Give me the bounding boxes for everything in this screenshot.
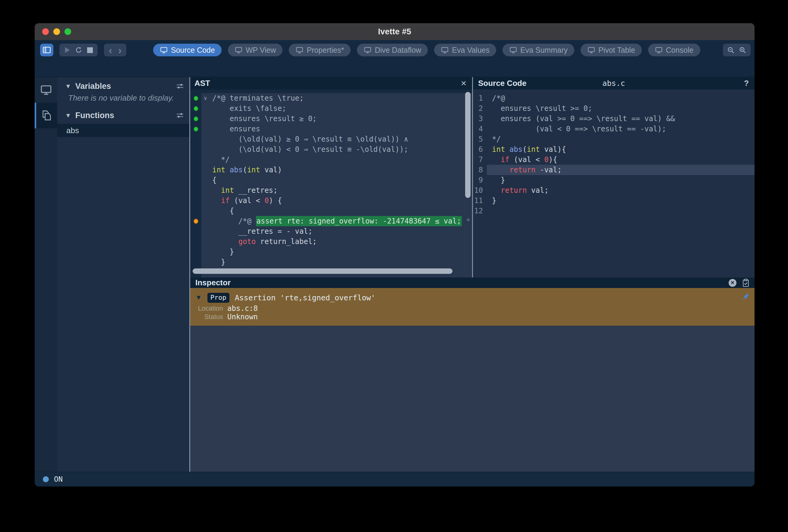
zoom-out-icon[interactable] [727,46,735,54]
ast-horizontal-scrollbar[interactable] [193,268,452,274]
filter-settings-icon[interactable] [176,112,184,119]
ast-vertical-scrollbar[interactable] [465,92,471,198]
source-code-line[interactable]: 7 if (val < 0){ [473,155,754,165]
line-number: 6 [473,144,487,155]
ast-code-area[interactable]: ∨/*@ terminates \true; exits \false; ens… [190,89,472,278]
clear-items-icon[interactable]: ✕ [729,279,736,287]
monitor-icon [235,46,243,54]
titlebar: Ivette #5 [35,23,754,40]
tab-wp-view[interactable]: WP View [228,44,283,56]
ast-code-line[interactable]: (\old(val) ≥ 0 ⇒ \result ≡ \old(val)) ∧ [190,134,472,144]
close-window-button[interactable] [42,28,49,35]
source-code-line[interactable]: 5*/ [473,134,754,144]
line-number: 2 [473,103,487,114]
ast-code-line[interactable]: int __retres; [190,185,472,196]
line-number: 8 [473,165,487,175]
ast-code-line[interactable]: } [190,247,472,257]
tab-eva-values[interactable]: Eva Values [434,44,496,56]
tab-eva-summary[interactable]: Eva Summary [503,44,574,56]
tab-label: WP View [246,46,276,55]
source-panel-title: Source Code [473,79,744,88]
collapse-triangle-icon[interactable]: ▼ [65,112,71,119]
ast-code-line[interactable]: goto return_label; [190,237,472,247]
sidebar-toggle-button[interactable] [40,44,53,56]
ast-code-line[interactable]: { [190,206,472,216]
stop-icon[interactable] [87,47,93,53]
zoom-in-icon[interactable] [739,46,746,54]
ast-code-line[interactable]: ensures [190,124,472,134]
function-item-abs[interactable]: abs [57,124,189,137]
tab-source-code[interactable]: Source Code [153,44,221,56]
play-icon[interactable] [64,47,70,53]
line-number: 3 [473,114,487,124]
dock-close-icon[interactable]: ✕ [460,79,472,88]
files-icon [40,109,53,122]
rail-item-states[interactable] [35,77,57,103]
pin-icon[interactable] [741,292,750,301]
ast-code-line[interactable]: __retres = - val; [190,226,472,237]
ast-bullet-gutter [190,206,201,216]
ast-code-line[interactable]: */ [190,155,472,165]
status-bar: ON [35,472,754,487]
monitor-icon [509,46,517,54]
filter-settings-icon[interactable] [176,83,184,90]
line-number: 9 [473,175,487,185]
line-number: 10 [473,185,487,196]
ast-code-line[interactable]: ensures \result ≥ 0; [190,114,472,124]
ast-bullet-gutter [190,144,201,155]
source-code-line[interactable]: 1/*@ [473,93,754,103]
ast-code-line[interactable]: (\old(val) < 0 ⇒ \result ≡ -\old(val)); [190,144,472,155]
source-code-area[interactable]: 1/*@2 ensures \result >= 0;3 ensures (va… [473,89,754,278]
ast-code-line[interactable]: } [190,257,472,267]
monitor-icon [363,46,372,54]
source-code-line[interactable]: 4 (val < 0 ==> \result == -val); [473,124,754,134]
tab-pivot-table[interactable]: Pivot Table [580,44,642,56]
ast-code-line[interactable]: int abs(int val) [190,165,472,175]
server-status-icon[interactable] [43,476,49,482]
back-icon[interactable]: ‹ [106,45,115,55]
source-code-line[interactable]: 8 return -val; [473,165,754,175]
source-code-line[interactable]: 6int abs(int val){ [473,144,754,155]
help-icon[interactable]: ? [744,79,754,88]
source-code-line[interactable]: 2 ensures \result >= 0; [473,103,754,114]
reload-icon[interactable] [75,46,82,54]
rail-item-files[interactable] [35,103,57,128]
minimize-window-button[interactable] [53,28,60,35]
sidebar-section-functions[interactable]: ▼ Functions [57,109,189,122]
ast-code-line[interactable]: /*@ assert rte: signed_overflow: -214748… [190,216,472,226]
location-value[interactable]: abs.c:8 [223,304,258,313]
ast-bullet-gutter [190,103,201,114]
forward-icon[interactable]: › [115,45,124,55]
toolbar: ‹ › Source CodeWP ViewProperties*Dive Da… [35,40,754,77]
server-status-text: ON [54,475,63,484]
inspector-selected-item[interactable]: ▼ Prop Assertion 'rte,signed_overflow' L… [190,288,754,326]
clipboard-check-icon[interactable] [742,279,750,287]
maximize-window-button[interactable] [64,28,71,35]
functions-section-label: Functions [75,111,176,120]
source-panel-header: Source Code abs.c ? [473,77,754,89]
expand-chevron-icon[interactable]: ∨ [204,93,207,103]
collapse-triangle-icon[interactable]: ▼ [195,294,202,302]
monitor-icon [295,46,303,54]
ast-code-line[interactable]: { [190,175,472,185]
ast-code-line[interactable]: ∨/*@ terminates \true; [190,93,472,103]
source-code-line[interactable]: 9 } [473,175,754,185]
source-panel: Source Code abs.c ? 1/*@2 ensures \resul… [473,77,754,278]
ast-code-line[interactable]: if (val < 0) { [190,196,472,206]
execution-controls [59,44,98,56]
source-code-line[interactable]: 10 return val; [473,185,754,196]
monitor-icon [160,46,168,54]
ast-bullet-gutter [190,247,201,257]
zoom-controls [723,44,751,56]
source-code-line[interactable]: 11} [473,196,754,206]
collapse-triangle-icon[interactable]: ▼ [65,83,71,90]
ast-panel-header: AST ✕ [190,77,472,89]
line-number: 5 [473,134,487,144]
sidebar-section-variables[interactable]: ▼ Variables [57,80,189,93]
source-code-line[interactable]: 3 ensures (val >= 0 ==> \result == val) … [473,114,754,124]
tab-console[interactable]: Console [648,44,700,56]
tab-properties[interactable]: Properties* [289,44,351,56]
source-code-line[interactable]: 12 [473,206,754,216]
tab-dive-dataflow[interactable]: Dive Dataflow [357,44,428,56]
ast-code-line[interactable]: exits \false; [190,103,472,114]
